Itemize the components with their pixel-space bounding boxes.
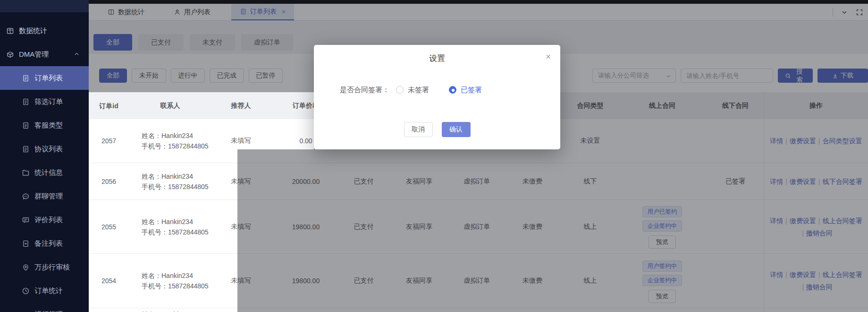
monitor-icon bbox=[22, 311, 30, 312]
dialog-title: 设置 bbox=[314, 45, 560, 64]
contact-name: 姓名：Hankin234 bbox=[142, 309, 212, 312]
cancel-button[interactable]: 取消 bbox=[404, 122, 433, 137]
box-icon bbox=[6, 51, 14, 59]
settings-dialog: 设置 × 是否合同签署： 未签署已签署 取消 确认 bbox=[314, 45, 560, 149]
chevron-up-icon bbox=[73, 51, 80, 58]
contact-phone: 手机号：15872844805 bbox=[142, 182, 212, 192]
sidebar-nav: 数据统计DMA管理订单列表筛选订单客服类型协议列表统计信息群聊管理评价列表备注列… bbox=[0, 19, 89, 312]
column-header-推荐人: 推荐人 bbox=[211, 92, 270, 119]
radio-icon bbox=[396, 86, 404, 94]
contact-phone: 手机号：15872844805 bbox=[142, 141, 212, 151]
radio-icon bbox=[449, 86, 456, 94]
contact-name: 姓名：Hankin234 bbox=[142, 217, 212, 227]
clock-icon bbox=[22, 287, 30, 295]
cell-contact: 姓名：Hankin234手机号：15872844805 bbox=[129, 163, 211, 199]
sidebar-item-统计信息[interactable]: 统计信息 bbox=[0, 161, 89, 184]
sidebar-item-筛选订单[interactable]: 筛选订单 bbox=[0, 90, 89, 113]
column-header-订单id: 订单id bbox=[89, 92, 129, 119]
sidebar-item-label: 备注列表 bbox=[34, 239, 63, 248]
contact-name: 姓名：Hankin234 bbox=[142, 130, 212, 141]
radio-option-未签署[interactable]: 未签署 bbox=[396, 86, 429, 95]
sidebar-item-label: 客服类型 bbox=[34, 121, 63, 130]
cell-id bbox=[89, 308, 129, 312]
doc-plus-icon bbox=[22, 240, 30, 248]
contact-name: 姓名：Hankin234 bbox=[142, 171, 212, 182]
sidebar-item-万步行审核[interactable]: 万步行审核 bbox=[0, 255, 89, 279]
sidebar-item-订单列表[interactable]: 订单列表 bbox=[0, 66, 89, 90]
contract-signed-radio-group: 未签署已签署 bbox=[389, 86, 482, 95]
sidebar-item-群聊管理[interactable]: 群聊管理 bbox=[0, 184, 89, 208]
modal-backdrop bbox=[237, 149, 868, 312]
radio-option-已签署[interactable]: 已签署 bbox=[449, 86, 482, 95]
cell-id: 2055 bbox=[89, 200, 129, 253]
confirm-button[interactable]: 确认 bbox=[442, 122, 471, 137]
sidebar-item-label: 统计信息 bbox=[34, 168, 63, 177]
dialog-form-row: 是否合同签署： 未签署已签署 bbox=[340, 83, 482, 97]
contact-phone: 手机号：15872844805 bbox=[142, 281, 212, 291]
cell-id: 2054 bbox=[89, 254, 129, 308]
sidebar-item-评价列表[interactable]: 评价列表 bbox=[0, 208, 89, 232]
sidebar-item-订单统计[interactable]: 订单统计 bbox=[0, 279, 89, 303]
radio-option-label: 已签署 bbox=[461, 86, 482, 95]
sidebar-logo-strip bbox=[0, 0, 89, 12]
radio-option-label: 未签署 bbox=[408, 86, 429, 95]
close-icon[interactable]: × bbox=[546, 52, 551, 61]
doc-icon bbox=[22, 98, 30, 106]
pin-icon bbox=[22, 263, 30, 271]
sidebar-item-label: 数据统计 bbox=[19, 26, 47, 35]
contract-signed-field-label: 是否合同签署： bbox=[340, 86, 389, 95]
sidebar-item-协议列表[interactable]: 协议列表 bbox=[0, 137, 89, 161]
doc-icon bbox=[22, 145, 30, 153]
sidebar-item-label: 万步行审核 bbox=[34, 263, 70, 272]
contact-name: 姓名：Hankin234 bbox=[142, 270, 212, 281]
sidebar-item-label: 协议列表 bbox=[34, 145, 63, 154]
sidebar-item-label: 评价列表 bbox=[34, 216, 63, 225]
sidebar-item-label: 筛选订单 bbox=[34, 97, 63, 106]
cell-contact: 姓名：Hankin234手机号：15872844805 bbox=[129, 254, 211, 308]
order-admin-app: 数据统计用户列表订单列表× 全部已支付未支付虚拟订单 全部未开始进行中已完成已暂… bbox=[0, 0, 868, 312]
chat-icon bbox=[22, 192, 30, 200]
folder-icon bbox=[22, 169, 30, 177]
sidebar-item-label: 订单列表 bbox=[34, 74, 63, 83]
contact-phone: 手机号：15872844805 bbox=[142, 227, 212, 237]
sidebar-item-DMA管理[interactable]: DMA管理 bbox=[0, 43, 89, 66]
cell-contact: 姓名：Hankin234 bbox=[129, 308, 211, 312]
sidebar-item-数据统计[interactable]: 数据统计 bbox=[0, 19, 89, 43]
cell-id: 2057 bbox=[89, 119, 129, 163]
doc-icon bbox=[22, 121, 30, 130]
cell-contact: 姓名：Hankin234手机号：15872844805 bbox=[129, 119, 211, 163]
sidebar: 数据统计DMA管理订单列表筛选订单客服类型协议列表统计信息群聊管理评价列表备注列… bbox=[0, 0, 89, 312]
sidebar-item-备注列表[interactable]: 备注列表 bbox=[0, 232, 89, 255]
comment-icon bbox=[22, 216, 30, 224]
dialog-footer: 取消 确认 bbox=[314, 122, 560, 137]
sidebar-item-label: 订单统计 bbox=[34, 286, 63, 295]
sidebar-item-label: DMA管理 bbox=[19, 50, 49, 59]
sidebar-item-客服类型[interactable]: 客服类型 bbox=[0, 113, 89, 137]
sidebar-item-label: 群聊管理 bbox=[34, 192, 63, 201]
sidebar-item-label: 视频管理 bbox=[34, 310, 63, 312]
sidebar-item-视频管理[interactable]: 视频管理 bbox=[0, 303, 89, 312]
sidebar-spacer bbox=[0, 12, 89, 19]
cell-contact: 姓名：Hankin234手机号：15872844805 bbox=[129, 200, 211, 253]
column-header-联系人: 联系人 bbox=[129, 92, 211, 119]
cell-id: 2056 bbox=[89, 163, 129, 199]
grid-icon bbox=[6, 27, 14, 35]
doc-icon bbox=[22, 74, 30, 82]
